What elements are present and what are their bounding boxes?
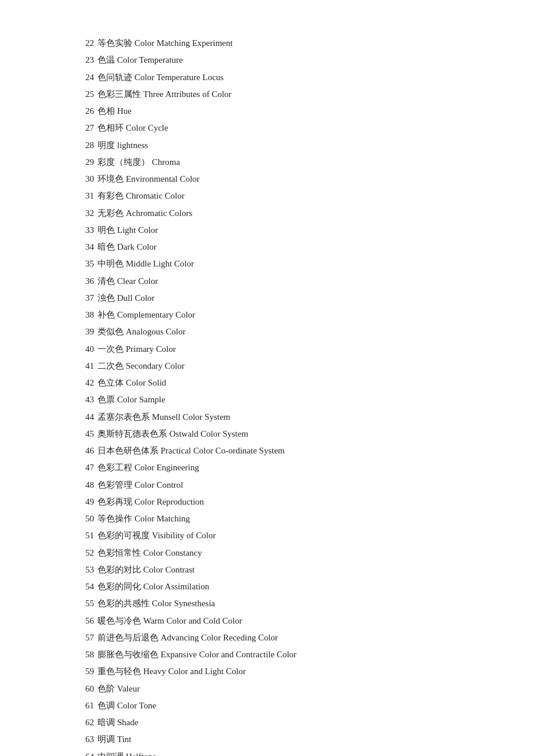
entry-number: 41 <box>75 358 94 375</box>
entry-number: 33 <box>75 222 94 239</box>
list-item: 56暖色与冷色 Warm Color and Cold Color <box>75 613 459 629</box>
entry-text: 色彩管理 Color Control <box>98 477 183 494</box>
list-item: 23色温 Color Temperature <box>75 52 459 69</box>
list-item: 52色彩恒常性 Color Constancy <box>75 545 459 561</box>
entry-number: 43 <box>75 391 94 408</box>
entry-number: 45 <box>75 426 94 442</box>
entry-number: 37 <box>75 290 94 307</box>
list-item: 42色立体 Color Solid <box>75 375 459 391</box>
list-item: 49色彩再现 Color Reproduction <box>75 494 459 510</box>
entry-number: 53 <box>75 561 94 578</box>
entry-text: 暗调 Shade <box>98 714 138 731</box>
list-item: 60色阶 Valeur <box>75 681 459 697</box>
entry-text: 重色与轻色 Heavy Color and Light Color <box>98 663 246 680</box>
entry-text: 浊色 Dull Color <box>98 290 154 307</box>
entry-number: 64 <box>75 748 94 757</box>
entry-text: 色问轨迹 Color Temperature Locus <box>98 69 223 86</box>
entry-number: 60 <box>75 681 94 697</box>
entry-number: 63 <box>75 731 94 748</box>
entry-text: 色彩再现 Color Reproduction <box>98 494 204 510</box>
list-item: 27色相环 Color Cycle <box>75 120 459 136</box>
entry-text: 色彩的对比 Color Contrast <box>98 561 195 578</box>
entry-number: 38 <box>75 307 94 323</box>
entry-text: 色相 Hue <box>98 103 132 120</box>
list-item: 53色彩的对比 Color Contrast <box>75 561 459 578</box>
list-item: 22等色实验 Color Matching Experiment <box>75 35 459 52</box>
entry-number: 54 <box>75 578 94 595</box>
entry-text: 色票 Color Sample <box>98 391 165 408</box>
entry-number: 31 <box>75 188 94 204</box>
entry-text: 明度 lightness <box>98 137 148 154</box>
entry-text: 等色实验 Color Matching Experiment <box>98 35 233 52</box>
list-item: 63明调 Tint <box>75 731 459 748</box>
list-item: 55色彩的共感性 Color Synesthesia <box>75 595 459 612</box>
entry-text: 色相环 Color Cycle <box>98 120 168 136</box>
entry-text: 清色 Clear Color <box>98 273 158 290</box>
entry-number: 36 <box>75 273 94 290</box>
entry-text: 色彩恒常性 Color Constancy <box>98 545 202 561</box>
list-item: 44孟塞尔表色系 Munsell Color System <box>75 409 459 426</box>
entry-text: 色彩的共感性 Color Synesthesia <box>98 595 215 612</box>
list-item: 32无彩色 Achromatic Colors <box>75 205 459 222</box>
entry-number: 44 <box>75 409 94 426</box>
entry-number: 28 <box>75 137 94 154</box>
entry-text: 色温 Color Temperature <box>98 52 183 69</box>
entry-text: 有彩色 Chromatic Color <box>98 188 185 204</box>
entry-text: 明色 Light Color <box>98 222 158 239</box>
list-item: 41二次色 Secondary Color <box>75 358 459 375</box>
entry-number: 40 <box>75 341 94 358</box>
list-item: 40一次色 Primary Color <box>75 341 459 358</box>
entry-number: 23 <box>75 52 94 69</box>
entry-number: 32 <box>75 205 94 222</box>
entry-text: 环境色 Environmental Color <box>98 171 200 188</box>
entry-text: 补色 Complementary Color <box>98 307 195 323</box>
entry-text: 色彩工程 Color Engineering <box>98 459 199 476</box>
list-item: 57前进色与后退色 Advancing Color Receding Color <box>75 629 459 646</box>
entry-text: 色阶 Valeur <box>98 681 140 697</box>
entry-number: 42 <box>75 375 94 391</box>
entry-number: 55 <box>75 595 94 612</box>
entry-text: 无彩色 Achromatic Colors <box>98 205 192 222</box>
list-item: 25色彩三属性 Three Attributes of Color <box>75 86 459 103</box>
entry-text: 彩度（纯度） Chroma <box>98 154 180 171</box>
list-item: 51色彩的可视度 Visibility of Color <box>75 527 459 544</box>
list-item: 35中明色 Middle Light Color <box>75 255 459 272</box>
list-item: 36清色 Clear Color <box>75 273 459 290</box>
list-item: 50等色操作 Color Matching <box>75 510 459 527</box>
list-item: 30环境色 Environmental Color <box>75 171 459 188</box>
entry-number: 49 <box>75 494 94 510</box>
entry-text: 色调 Color Tone <box>98 697 156 714</box>
entry-text: 色彩的同化 Color Assimilation <box>98 578 210 595</box>
list-item: 34暗色 Dark Color <box>75 239 459 255</box>
entry-number: 25 <box>75 86 94 103</box>
entry-number: 27 <box>75 120 94 136</box>
list-item: 28明度 lightness <box>75 137 459 154</box>
list-item: 29彩度（纯度） Chroma <box>75 154 459 171</box>
entry-number: 62 <box>75 714 94 731</box>
list-item: 39类似色 Analogous Color <box>75 323 459 340</box>
entry-number: 39 <box>75 323 94 340</box>
entry-text: 孟塞尔表色系 Munsell Color System <box>98 409 230 426</box>
entry-number: 30 <box>75 171 94 188</box>
list-item: 33明色 Light Color <box>75 222 459 239</box>
entry-text: 日本色研色体系 Practical Color Co-ordinate Syst… <box>98 442 284 459</box>
entry-text: 色立体 Color Solid <box>98 375 166 391</box>
list-item: 24色问轨迹 Color Temperature Locus <box>75 69 459 86</box>
entry-number: 51 <box>75 527 94 544</box>
entry-number: 58 <box>75 646 94 663</box>
entry-text: 一次色 Primary Color <box>98 341 176 358</box>
list-item: 38补色 Complementary Color <box>75 307 459 323</box>
entry-number: 29 <box>75 154 94 171</box>
list-item: 64中间调 Halftone <box>75 748 459 757</box>
entry-text: 暗色 Dark Color <box>98 239 157 255</box>
entry-number: 59 <box>75 663 94 680</box>
entry-number: 35 <box>75 255 94 272</box>
entry-number: 46 <box>75 442 94 459</box>
list-item: 59重色与轻色 Heavy Color and Light Color <box>75 663 459 680</box>
entry-list: 22等色实验 Color Matching Experiment23色温 Col… <box>75 35 459 756</box>
entry-text: 色彩的可视度 Visibility of Color <box>98 527 216 544</box>
entry-text: 中明色 Middle Light Color <box>98 255 194 272</box>
entry-number: 26 <box>75 103 94 120</box>
entry-number: 34 <box>75 239 94 255</box>
entry-text: 等色操作 Color Matching <box>98 510 190 527</box>
